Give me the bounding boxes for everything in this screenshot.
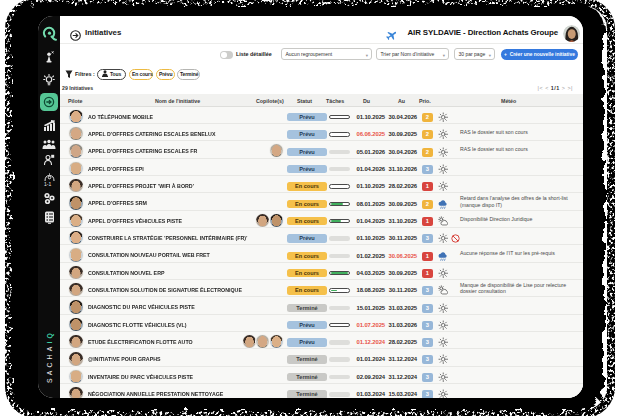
svg-text:1-1: 1-1	[44, 181, 51, 187]
